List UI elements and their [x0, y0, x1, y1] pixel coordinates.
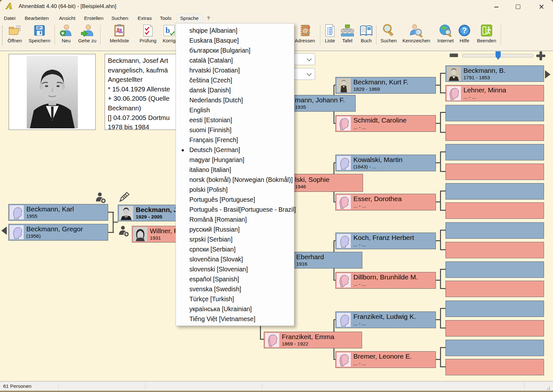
watchlist-button[interactable]: Merkliste [106, 23, 133, 48]
empty-ancestor-box[interactable] [445, 222, 544, 239]
person-box-schmidt[interactable]: Schmidt, Caroline... - ... [335, 115, 436, 132]
lang-item-serbian-cyrillic[interactable]: српски [Serbian] [176, 244, 294, 254]
lang-item-ukrainian[interactable]: українська [Ukrainian] [176, 304, 294, 314]
person-magnifier-icon [410, 24, 423, 37]
menu-bearbeiten[interactable]: Bearbeiten [23, 14, 50, 22]
lang-item-serbian-latin[interactable]: srpski [Serbian] [176, 234, 294, 244]
empty-ancestor-box[interactable] [445, 183, 544, 200]
lang-item-french[interactable]: Français [French] [176, 135, 294, 145]
lang-item-bulgarian[interactable]: български [Bulgarian] [176, 46, 294, 55]
empty-ancestor-box[interactable] [445, 105, 544, 121]
lang-item-catalan[interactable]: català [Catalan] [176, 55, 294, 65]
empty-ancestor-box[interactable] [445, 124, 544, 141]
lang-item-english[interactable]: English [176, 105, 294, 115]
save-button[interactable]: Speichern [26, 23, 53, 48]
exit-button[interactable]: Beenden [474, 23, 499, 48]
lang-item-danish[interactable]: dansk [Danish] [176, 85, 294, 95]
lang-item-basque[interactable]: Euskara [Basque] [176, 36, 294, 46]
person-box-beckmann-b[interactable]: Beckmann, B.1791 - 1853 [445, 65, 544, 82]
lang-item-croatian[interactable]: hrvatski [Croatian] [176, 65, 294, 75]
empty-ancestor-box[interactable] [445, 359, 544, 375]
application-window: A Ahnenblatt 4.40 (64-bit) - [Beispiel4.… [0, 0, 553, 392]
empty-ancestor-box[interactable] [445, 281, 544, 297]
checklist-icon [141, 24, 155, 37]
minimize-button[interactable] [489, 0, 504, 13]
lang-item-slovak[interactable]: slovenčina [Slovak] [176, 254, 294, 264]
resize-grip[interactable] [546, 387, 550, 390]
menu-sprache[interactable]: Sprache [179, 14, 200, 22]
lang-item-portuguese-brazil[interactable]: Português - Brasil[Portuguese - Brazil] [176, 205, 294, 215]
lang-item-russian[interactable]: русский [Russian] [176, 225, 294, 234]
statusbar-separator [524, 382, 524, 390]
add-person-hover-icon[interactable] [118, 225, 130, 237]
person-box-esser[interactable]: Esser, Dorothea... - ... [335, 194, 436, 210]
lang-item-turkish[interactable]: Türkçe [Turkish] [176, 294, 294, 304]
lang-item-finnish[interactable]: suomi [Finnish] [176, 125, 294, 135]
empty-ancestor-box[interactable] [445, 144, 544, 160]
magnifier-icon [382, 24, 395, 37]
person-box-beckmann-karl[interactable]: Beckmann, Karl1955 [8, 204, 108, 221]
window-frame [0, 391, 553, 392]
search-button[interactable]: Suchen [377, 23, 400, 48]
add-person-hover-icon[interactable] [95, 192, 107, 204]
pan-right-arrow[interactable] [545, 70, 550, 79]
menu-extras[interactable]: Extras [136, 14, 153, 22]
lang-item-swedish[interactable]: svenska [Swedish] [176, 284, 294, 294]
empty-ancestor-box[interactable] [445, 202, 544, 219]
male-silhouette-icon [337, 234, 351, 248]
edit-pencil-icon[interactable] [117, 191, 130, 203]
lang-item-dutch[interactable]: Nederlands [Dutch] [176, 95, 294, 105]
zoom-out-button[interactable] [450, 54, 458, 57]
lang-item-polish[interactable]: polski [Polish] [176, 185, 294, 195]
menu-datei[interactable]: Datei [3, 14, 17, 22]
empty-ancestor-box[interactable] [445, 164, 544, 180]
person-box-franzikeit-emma[interactable]: Franzikeit, Emma1869 - 1922 [264, 332, 362, 348]
person-box-kowalski-martin[interactable]: Kowalski, Martin(1843) - ... [335, 155, 436, 171]
zoom-in-button[interactable] [536, 51, 545, 60]
globe-icon [439, 24, 452, 37]
goto-person-button[interactable]: Gehe zu [73, 23, 101, 48]
book-button[interactable]: Buch [354, 23, 378, 48]
menu-suchen[interactable]: Suchen [110, 14, 130, 22]
person-box-bremer[interactable]: Bremer, Leonore E.... - ... [335, 351, 436, 368]
lang-item-vietnamese[interactable]: Tiếng Việt [Vietnamese] [176, 314, 294, 324]
addresses-button[interactable]: @ Adressen [291, 23, 319, 48]
spellcheck-icon: b [162, 24, 176, 37]
maximize-button[interactable] [510, 0, 525, 13]
female-silhouette-icon [265, 333, 279, 347]
empty-ancestor-box[interactable] [445, 340, 544, 356]
lang-item-german[interactable]: Deutsch [German] [176, 145, 294, 155]
lang-item-estonian[interactable]: eesti [Estonian] [176, 115, 294, 125]
menu-hilfe-qm[interactable]: ? [206, 14, 211, 22]
empty-ancestor-box[interactable] [445, 320, 544, 337]
empty-ancestor-box[interactable] [445, 242, 544, 258]
lang-item-spanish[interactable]: español [Spanish] [176, 274, 294, 284]
empty-ancestor-box[interactable] [445, 301, 544, 317]
lang-item-slovenian[interactable]: slovenski [Slovenian] [176, 264, 294, 274]
lang-item-norwegian[interactable]: norsk (bokmål) [Norwegian (Bokmål)] [176, 175, 294, 185]
person-box-koch[interactable]: Koch, Franz Herbert... - ... [335, 233, 436, 249]
address-book-icon: @ [298, 24, 312, 37]
menu-ansicht[interactable]: Ansicht [58, 14, 77, 22]
menu-bar: Datei Bearbeiten Ansicht Erstellen Suche… [0, 13, 553, 22]
person-box-lehner[interactable]: Lehner, Minna... - ... [445, 85, 544, 101]
lang-item-albanian[interactable]: shqipe [Albanian] [176, 26, 294, 36]
close-button[interactable] [534, 0, 549, 13]
lang-item-portuguese[interactable]: Português [Portuguese] [176, 195, 294, 205]
flags-button[interactable]: Kennzeichen [401, 23, 432, 48]
menu-tools[interactable]: Tools [159, 14, 173, 22]
lang-item-romanian[interactable]: Română [Romanian] [176, 215, 294, 225]
lang-item-hungarian[interactable]: magyar [Hungarian] [176, 155, 294, 165]
lang-item-italian[interactable]: italiano [Italian] [176, 165, 294, 175]
help-button[interactable]: ? Hilfe [454, 23, 475, 48]
empty-ancestor-box[interactable] [445, 261, 544, 278]
lang-item-czech[interactable]: čeština [Czech] [176, 75, 294, 85]
portrait-photo [27, 55, 78, 128]
person-box-kurt[interactable]: Beckmann, Kurt F.1829 - 1869 [335, 77, 436, 94]
person-box-franzikeit-ludwig[interactable]: Franzikeit, Ludwig K.... - ... [335, 311, 436, 328]
open-button[interactable]: Öffnen [1, 23, 28, 48]
person-box-dillborn[interactable]: Dillborn, Brunhilde M.... - ... [335, 272, 436, 289]
pan-left-arrow[interactable] [1, 226, 7, 235]
menu-erstellen[interactable]: Erstellen [83, 14, 105, 22]
person-box-beckmann-gregor[interactable]: Beckmann, Gregor(1956) [8, 224, 108, 241]
